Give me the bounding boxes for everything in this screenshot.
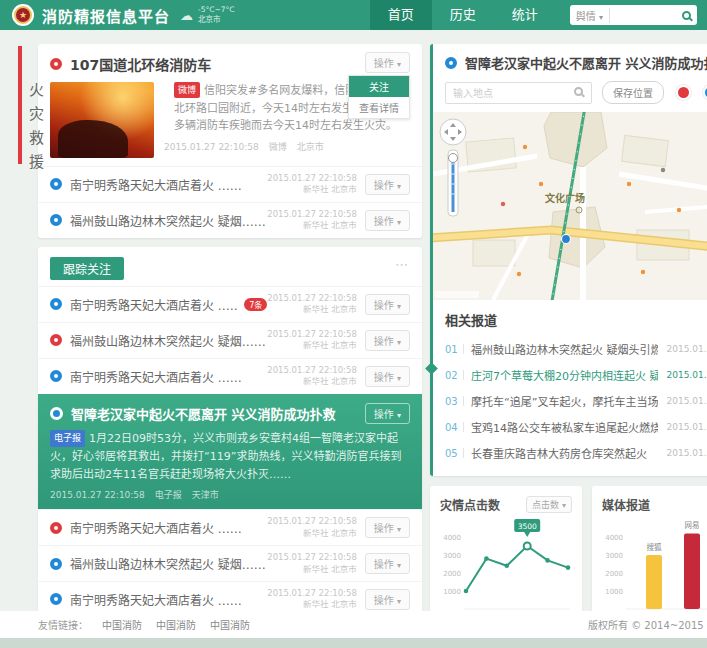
nav-item[interactable]: 历史 — [432, 0, 494, 30]
clicks-chart-title: 灾情点击数 — [440, 496, 500, 513]
map-toolbar: 保存位置 — [445, 81, 707, 104]
footer-link[interactable]: 中国消防 — [102, 620, 142, 631]
row-action-button[interactable]: 操作 ▾ — [365, 366, 410, 387]
chevron-down-icon: ▾ — [397, 525, 401, 534]
selected-date: 2015.01.27 22:10:58 — [50, 490, 145, 500]
row-action-button[interactable]: 操作 ▾ — [365, 174, 410, 195]
svg-text:2000: 2000 — [605, 570, 623, 578]
metro-station-icon — [562, 235, 571, 244]
status-dot-icon — [445, 57, 457, 69]
menu-item-follow[interactable]: 关注 — [349, 76, 409, 97]
svg-text:3500: 3500 — [518, 522, 537, 531]
source-tag: 电子报 — [50, 430, 85, 447]
list-item[interactable]: 福州鼓山路边林木突然起火 疑烟…… 2015.01.27 22:10:58新华社… — [38, 545, 422, 581]
fire-photo — [50, 82, 154, 158]
divider — [463, 396, 464, 406]
app-footer: 友情链接： 中国消防中国消防中国消防 版权所有 © 2014~2015 消防精报… — [0, 611, 707, 638]
selected-city: 天津市 — [192, 490, 219, 500]
svg-text:4000: 4000 — [443, 534, 461, 542]
row-action-button[interactable]: 操作 ▾ — [365, 210, 410, 231]
related-reports-title: 相关报道 — [445, 310, 707, 329]
status-dot-icon — [50, 334, 62, 346]
search-icon[interactable] — [682, 11, 691, 20]
chevron-down-icon: ▾ — [397, 338, 401, 347]
cloud-icon: ☁ — [180, 8, 193, 23]
detail-headline: 智障老汉家中起火不愿离开 兴义消防成功扑救 — [465, 53, 707, 72]
chevron-down-icon: ▾ — [397, 597, 401, 606]
svg-text:3000: 3000 — [443, 552, 461, 560]
detail-column: 智障老汉家中起火不愿离开 兴义消防成功扑救 保存位置 — [430, 44, 707, 638]
detail-card: 智障老汉家中起火不愿离开 兴义消防成功扑救 保存位置 — [430, 44, 707, 476]
media-chart-title: 媒体报道 — [602, 496, 650, 513]
latest-feed-card: 107国道北环络消防车 操作 ▾ 关注 查看详情 微博信阳突发#多名网友爆料，信… — [38, 44, 422, 238]
row-action-button[interactable]: 操作 ▾ — [365, 517, 410, 538]
red-indicator-bar — [18, 46, 22, 164]
row-action-button[interactable]: 操作 ▾ — [365, 330, 410, 351]
selected-excerpt: 1月22日09时53分，兴义市则戎乡安章村4组一智障老汉家中起火，好心邻居将其救… — [50, 432, 401, 481]
menu-item-view-detail[interactable]: 查看详情 — [349, 97, 409, 118]
feed-column: 107国道北环络消防车 操作 ▾ 关注 查看详情 微博信阳突发#多名网友爆料，信… — [38, 44, 422, 648]
svg-text:4000: 4000 — [605, 534, 623, 542]
fire-brigade-logo-icon: ★ — [12, 4, 34, 26]
divider — [463, 370, 464, 380]
svg-text:1000: 1000 — [443, 588, 461, 596]
footer-link[interactable]: 中国消防 — [210, 620, 250, 631]
weather-city: 北京市 — [198, 15, 221, 24]
status-dot-icon — [50, 214, 62, 226]
blue-marker-toggle[interactable] — [703, 85, 707, 100]
category-side-tab[interactable]: 火灾救援 — [18, 46, 38, 164]
search-input[interactable] — [616, 10, 682, 21]
related-report-item[interactable]: 05 长春重庆路吉林大药房仓库突然起火 2015.01.27 — [445, 440, 707, 466]
page: ★ 消防精报信息平台 ☁ -5°C~7°C 北京市 首页 历史 统计 舆情 ▾ — [0, 0, 707, 648]
row-action-button[interactable]: 操作 ▾ — [365, 589, 410, 610]
row-action-button[interactable]: 操作 ▾ — [365, 294, 410, 315]
list-item[interactable]: 南宁明秀路天妃大酒店着火 …… 2015.01.27 22:10:58新华社 北… — [38, 509, 422, 545]
weather-temp: -5°C~7°C — [198, 5, 235, 14]
nav-item[interactable]: 统计 — [494, 0, 556, 30]
related-report-item[interactable]: 03 摩托车“追尾”叉车起火，摩托车主当场死亡 2015.01.27 — [445, 388, 707, 414]
svg-text:网易: 网易 — [685, 521, 700, 530]
featured-action-menu: 关注 查看详情 — [348, 75, 410, 119]
nav-item[interactable]: 首页 — [370, 0, 432, 30]
divider — [463, 344, 464, 354]
tracking-list-top: 南宁明秀路天妃大酒店着火 …… 7条 2015.01.27 22:10:58新华… — [38, 286, 422, 394]
featured-city: 北京市 — [297, 142, 324, 152]
save-location-button[interactable]: 保存位置 — [602, 81, 664, 104]
selected-action-button[interactable]: 操作 ▾ — [365, 403, 410, 424]
divider — [463, 422, 464, 432]
chevron-down-icon: ▾ — [397, 302, 401, 311]
location-search-input[interactable] — [445, 82, 592, 104]
row-action-button[interactable]: 操作 ▾ — [365, 553, 410, 574]
list-item[interactable]: 南宁明秀路天妃大酒店着火 …… 2015.01.27 22:10:58新华社 北… — [38, 166, 422, 202]
list-item[interactable]: 福州鼓山路边林木突然起火 疑烟…… 2015.01.27 22:10:58新华社… — [38, 202, 422, 238]
search-category-dropdown[interactable]: 舆情 ▾ — [576, 8, 610, 23]
map-zoom-slider[interactable] — [448, 150, 458, 216]
footer-link[interactable]: 中国消防 — [156, 620, 196, 631]
related-reports-list: 01 福州鼓山路边林木突然起火 疑烟头引燃 2015.01.27 02 庄河7个… — [445, 336, 707, 466]
red-marker-toggle[interactable] — [676, 85, 691, 100]
related-report-item[interactable]: 04 宝鸡14路公交车被私家车追尾起火燃烧 3人受伤 2015.01.27 — [445, 414, 707, 440]
list-item[interactable]: 南宁明秀路天妃大酒店着火 …… 2015.01.27 22:10:58新华社 北… — [38, 358, 422, 394]
related-report-item[interactable]: 01 福州鼓山路边林木突然起火 疑烟头引燃 2015.01.27 — [445, 336, 707, 362]
map-canvas[interactable]: 文化广场 — [433, 112, 707, 300]
featured-article[interactable]: 107国道北环络消防车 操作 ▾ 关注 查看详情 微博信阳突发#多名网友爆料，信… — [38, 44, 422, 166]
list-item[interactable]: 福州鼓山路边林木突然起火 疑烟…… 2015.01.27 22:10:58新华社… — [38, 322, 422, 358]
status-dot-icon — [50, 593, 62, 605]
friend-links: 中国消防中国消防中国消防 — [88, 617, 250, 632]
bottom-strip — [0, 638, 707, 648]
featured-action-button[interactable]: 操作 ▾ — [365, 52, 410, 73]
chevron-down-icon: ▾ — [397, 411, 401, 420]
featured-source: 微博 — [269, 142, 287, 152]
chevron-down-icon: ▾ — [397, 182, 401, 191]
clicks-metric-dropdown[interactable]: 点击数 ▾ — [526, 496, 572, 513]
feed-list: 南宁明秀路天妃大酒店着火 …… 2015.01.27 22:10:58新华社 北… — [38, 166, 422, 238]
selected-tracking-item[interactable]: 智障老汉家中起火不愿离开 兴义消防成功扑救 操作 ▾ 电子报1月22日09时53… — [38, 394, 422, 509]
list-item[interactable]: 南宁明秀路天妃大酒店着火 …… 7条 2015.01.27 22:10:58新华… — [38, 286, 422, 322]
search-icon[interactable] — [574, 87, 583, 96]
more-icon[interactable]: ⋯ — [395, 257, 410, 272]
related-report-item[interactable]: 02 庄河7个草莓大棚20分钟内相连起火 疑似人为 2015.01.27 — [445, 362, 707, 388]
app-title: 消防精报信息平台 — [42, 5, 170, 26]
map-pan-control[interactable] — [440, 119, 466, 145]
status-dot-icon — [50, 558, 62, 570]
friend-links-label: 友情链接： — [38, 617, 88, 632]
